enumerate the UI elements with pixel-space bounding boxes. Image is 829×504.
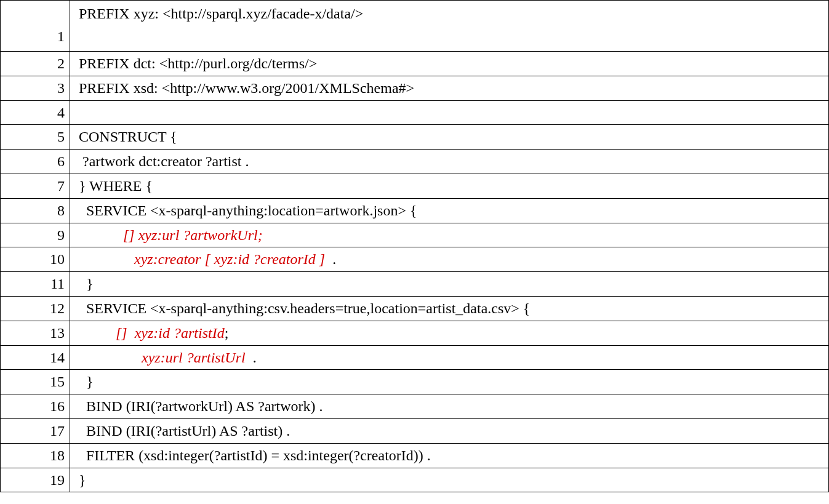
- line-number: 12: [1, 296, 70, 321]
- code-segment: SERVICE <x-sparql-anything:csv.headers=t…: [75, 300, 530, 316]
- code-row: 8 SERVICE <x-sparql-anything:location=ar…: [1, 198, 829, 223]
- code-content: SERVICE <x-sparql-anything:csv.headers=t…: [70, 296, 829, 321]
- code-segment: .: [329, 251, 336, 267]
- line-number: 11: [1, 272, 70, 297]
- code-segment-highlight: xyz:creator [ xyz:id ?creatorId ]: [134, 251, 329, 267]
- code-content: FILTER (xsd:integer(?artistId) = xsd:int…: [70, 443, 829, 468]
- code-segment: ;: [225, 325, 229, 341]
- code-row: 14 xyz:url ?artistUrl .: [1, 345, 829, 370]
- code-content: [70, 100, 829, 125]
- code-segment: PREFIX dct: <http://purl.org/dc/terms/>: [75, 55, 317, 71]
- code-row: 18 FILTER (xsd:integer(?artistId) = xsd:…: [1, 443, 829, 468]
- code-content: [] xyz:url ?artworkUrl;: [70, 223, 829, 247]
- line-number: 10: [1, 247, 70, 272]
- code-row: 17 BIND (IRI(?artistUrl) AS ?artist) .: [1, 418, 829, 443]
- code-segment-highlight: xyz:url ?artistUrl: [142, 350, 249, 366]
- code-row: 11 }: [1, 272, 829, 297]
- line-number: 14: [1, 345, 70, 370]
- code-content: BIND (IRI(?artworkUrl) AS ?artwork) .: [70, 394, 829, 419]
- code-row: 6 ?artwork dct:creator ?artist .: [1, 150, 829, 174]
- line-number: 17: [1, 418, 70, 443]
- code-row: 15 }: [1, 370, 829, 394]
- code-row: 4: [1, 100, 829, 125]
- code-content: CONSTRUCT {: [70, 125, 829, 150]
- code-content: ?artwork dct:creator ?artist .: [70, 150, 829, 174]
- line-number: 4: [1, 100, 70, 125]
- code-row: 10 xyz:creator [ xyz:id ?creatorId ] .: [1, 247, 829, 272]
- code-segment: }: [75, 276, 94, 292]
- line-number: 3: [1, 76, 70, 100]
- code-row: 3 PREFIX xsd: <http://www.w3.org/2001/XM…: [1, 76, 829, 100]
- code-row: 5 CONSTRUCT {: [1, 125, 829, 150]
- code-segment: CONSTRUCT {: [75, 129, 177, 145]
- code-content: xyz:creator [ xyz:id ?creatorId ] .: [70, 247, 829, 272]
- line-number: 5: [1, 125, 70, 150]
- line-number: 9: [1, 223, 70, 247]
- code-row: 19 }: [1, 468, 829, 492]
- code-content: PREFIX xsd: <http://www.w3.org/2001/XMLS…: [70, 76, 829, 100]
- code-row: 2 PREFIX dct: <http://purl.org/dc/terms/…: [1, 52, 829, 76]
- code-segment: .: [249, 350, 257, 366]
- code-segment: PREFIX xsd: <http://www.w3.org/2001/XMLS…: [75, 80, 414, 96]
- code-segment: SERVICE <x-sparql-anything:location=artw…: [75, 202, 417, 218]
- code-content: [] xyz:id ?artistId;: [70, 321, 829, 345]
- line-number: 16: [1, 394, 70, 419]
- line-number: 13: [1, 321, 70, 345]
- code-row: 1 PREFIX xyz: <http://sparql.xyz/facade-…: [1, 1, 829, 52]
- code-segment: }: [75, 472, 86, 488]
- code-segment: [75, 251, 134, 267]
- code-segment: [75, 227, 123, 243]
- code-row: 12 SERVICE <x-sparql-anything:csv.header…: [1, 296, 829, 321]
- code-segment: }: [75, 374, 94, 390]
- code-content: } WHERE {: [70, 174, 829, 198]
- code-row: 7 } WHERE {: [1, 174, 829, 198]
- code-segment: BIND (IRI(?artworkUrl) AS ?artwork) .: [75, 398, 323, 414]
- code-content: }: [70, 272, 829, 297]
- code-content: }: [70, 370, 829, 394]
- code-segment: [75, 350, 142, 366]
- code-row: 13 [] xyz:id ?artistId;: [1, 321, 829, 345]
- code-segment: FILTER (xsd:integer(?artistId) = xsd:int…: [75, 447, 431, 463]
- code-segment-highlight: [] xyz:id ?artistId: [116, 325, 225, 341]
- code-segment: ?artwork dct:creator ?artist .: [75, 153, 249, 169]
- line-number: 15: [1, 370, 70, 394]
- code-content: xyz:url ?artistUrl .: [70, 345, 829, 370]
- code-content: PREFIX dct: <http://purl.org/dc/terms/>: [70, 52, 829, 76]
- code-content: SERVICE <x-sparql-anything:location=artw…: [70, 198, 829, 223]
- line-number: 1: [1, 1, 70, 52]
- code-segment: PREFIX xyz: <http://sparql.xyz/facade-x/…: [75, 6, 363, 22]
- line-number: 2: [1, 52, 70, 76]
- line-number: 8: [1, 198, 70, 223]
- code-segment: [75, 325, 116, 341]
- line-number: 19: [1, 468, 70, 492]
- code-row: 9 [] xyz:url ?artworkUrl;: [1, 223, 829, 247]
- code-content: }: [70, 468, 829, 492]
- code-segment-highlight: [] xyz:url ?artworkUrl;: [123, 227, 263, 243]
- line-number: 7: [1, 174, 70, 198]
- code-row: 16 BIND (IRI(?artworkUrl) AS ?artwork) .: [1, 394, 829, 419]
- code-segment: BIND (IRI(?artistUrl) AS ?artist) .: [75, 423, 290, 439]
- line-number: 6: [1, 150, 70, 174]
- code-segment: } WHERE {: [75, 178, 153, 194]
- line-number: 18: [1, 443, 70, 468]
- code-content: BIND (IRI(?artistUrl) AS ?artist) .: [70, 418, 829, 443]
- code-listing-table: 1 PREFIX xyz: <http://sparql.xyz/facade-…: [0, 0, 829, 492]
- code-content: PREFIX xyz: <http://sparql.xyz/facade-x/…: [70, 1, 829, 52]
